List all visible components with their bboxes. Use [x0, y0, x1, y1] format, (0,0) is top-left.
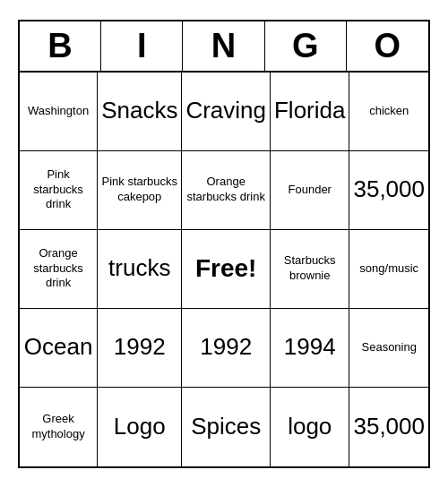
cell-text: 35,000 — [353, 413, 425, 440]
bingo-cell: Free! — [182, 230, 271, 309]
bingo-cell: trucks — [98, 230, 182, 309]
cell-text: logo — [288, 413, 332, 440]
bingo-cell: Greek mythology — [20, 388, 98, 466]
cell-text: Washington — [28, 104, 89, 119]
cell-text: Logo — [114, 413, 166, 440]
bingo-cell: 35,000 — [349, 388, 428, 466]
bingo-cell: 35,000 — [349, 151, 428, 230]
header-letter: I — [101, 21, 183, 71]
bingo-cell: Snacks — [98, 73, 182, 151]
cell-text: 1992 — [114, 333, 166, 361]
cell-text: Snacks — [101, 97, 177, 124]
bingo-cell: Pink starbucks drink — [20, 151, 98, 230]
bingo-cell: 1994 — [271, 309, 349, 388]
cell-text: 1992 — [200, 333, 252, 361]
cell-text: Spices — [191, 413, 261, 440]
header-letter: N — [183, 21, 264, 71]
cell-text: Pink starbucks cakepop — [101, 175, 177, 205]
header-letter: O — [347, 21, 428, 71]
cell-text: 35,000 — [353, 175, 425, 203]
cell-text: Ocean — [24, 333, 93, 361]
cell-text: 1994 — [284, 333, 336, 361]
bingo-grid: WashingtonSnacksCravingFloridachickenPin… — [20, 73, 428, 466]
cell-text: Greek mythology — [23, 412, 93, 442]
bingo-header: BINGO — [20, 21, 428, 73]
bingo-cell: Spices — [182, 388, 271, 466]
bingo-cell: Craving — [182, 73, 271, 151]
cell-text: Craving — [185, 97, 266, 124]
bingo-cell: Washington — [20, 73, 98, 151]
cell-text: trucks — [108, 254, 170, 282]
cell-text: Orange starbucks drink — [23, 246, 93, 292]
bingo-cell: Logo — [98, 388, 182, 466]
bingo-cell: song/music — [349, 230, 428, 309]
cell-text: Starbucks brownie — [274, 253, 345, 284]
bingo-cell: Pink starbucks cakepop — [98, 151, 182, 230]
cell-text: chicken — [369, 104, 409, 119]
cell-text: song/music — [359, 261, 418, 277]
bingo-cell: Ocean — [20, 309, 98, 388]
bingo-cell: Starbucks brownie — [271, 230, 349, 309]
bingo-cell: Seasoning — [349, 309, 428, 388]
bingo-card: BINGO WashingtonSnacksCravingFloridachic… — [18, 20, 430, 468]
cell-text: Florida — [274, 97, 345, 124]
cell-text: Founder — [289, 183, 332, 198]
cell-text: Pink starbucks drink — [23, 167, 93, 213]
bingo-cell: logo — [271, 388, 349, 466]
bingo-cell: Founder — [271, 151, 349, 230]
cell-text: Free! — [195, 254, 256, 283]
bingo-cell: Orange starbucks drink — [182, 151, 271, 230]
bingo-cell: chicken — [349, 73, 428, 151]
cell-text: Orange starbucks drink — [185, 175, 266, 205]
header-letter: G — [265, 21, 347, 71]
bingo-cell: Florida — [271, 73, 349, 151]
bingo-cell: 1992 — [98, 309, 182, 388]
header-letter: B — [20, 21, 101, 71]
bingo-cell: Orange starbucks drink — [20, 230, 98, 309]
bingo-cell: 1992 — [182, 309, 271, 388]
cell-text: Seasoning — [362, 340, 417, 355]
